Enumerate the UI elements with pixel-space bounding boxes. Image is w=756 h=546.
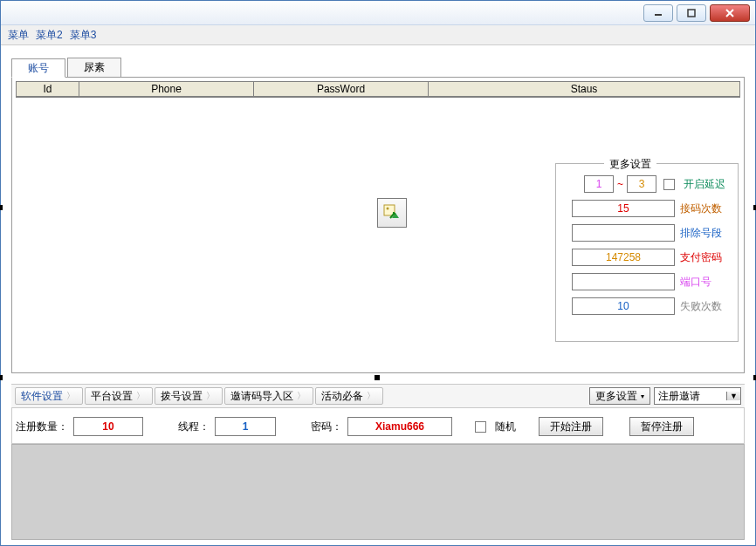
port-input[interactable]: [572, 273, 675, 290]
table-header: Id Phone PassWord Staus: [17, 82, 739, 97]
design-handle: [375, 375, 380, 380]
toolbar-software-settings[interactable]: 软件设置〉: [15, 387, 83, 405]
tab-account[interactable]: 账号: [11, 58, 65, 78]
random-checkbox[interactable]: [475, 421, 486, 433]
svg-point-5: [387, 208, 389, 210]
maximize-button[interactable]: [677, 4, 706, 22]
svg-rect-1: [688, 10, 695, 17]
settings-toolbar: 软件设置〉 平台设置〉 拨号设置〉 邀请码导入区〉 活动必备〉 更多设置▾ 注册…: [11, 384, 745, 408]
toolbar-platform-settings[interactable]: 平台设置〉: [85, 387, 153, 405]
pay-pwd-input[interactable]: [572, 249, 675, 266]
minimize-button[interactable]: [643, 4, 673, 22]
toolbar-invite-import[interactable]: 邀请码导入区〉: [224, 387, 313, 405]
titlebar: [1, 1, 755, 25]
receive-times-input[interactable]: [572, 200, 675, 217]
fail-times-label: 失败次数: [680, 299, 732, 314]
reg-count-input[interactable]: [73, 417, 143, 436]
threads-label: 线程：: [178, 420, 210, 434]
delay-tilde: ~: [617, 178, 623, 190]
col-password[interactable]: PassWord: [254, 82, 429, 96]
threads-input[interactable]: [215, 417, 276, 436]
designer-surface: 账号 尿素 Id Phone PassWord Staus: [1, 45, 755, 545]
mode-combo-value: 注册邀请: [655, 389, 726, 404]
start-register-button[interactable]: 开始注册: [539, 417, 603, 436]
menu-item-2[interactable]: 菜单2: [36, 28, 63, 43]
fail-times-input[interactable]: [572, 297, 675, 315]
image-placeholder-icon: [377, 198, 407, 228]
design-handle: [0, 205, 3, 210]
mode-combo[interactable]: 注册邀请 ▼: [654, 387, 741, 405]
more-settings-button[interactable]: 更多设置▾: [589, 387, 650, 405]
delay-from-input[interactable]: [584, 175, 614, 193]
more-settings-group: 更多设置 ~ 开启延迟 接码次数 排除号段: [555, 163, 739, 342]
open-delay-checkbox[interactable]: [663, 179, 675, 190]
delay-to-input[interactable]: [627, 175, 656, 193]
menu-item-1[interactable]: 菜单: [8, 28, 29, 43]
col-id[interactable]: Id: [17, 82, 79, 96]
register-form-row: 注册数量： 线程： 密码： 随机 开始注册 暂停注册: [11, 408, 745, 444]
tabstrip: 账号 尿素: [11, 58, 750, 77]
close-button[interactable]: [710, 4, 750, 22]
port-label: 端口号: [680, 275, 732, 290]
group-title: 更多设置: [604, 157, 656, 172]
receive-times-label: 接码次数: [680, 201, 732, 216]
log-area: [11, 444, 745, 540]
pause-register-button[interactable]: 暂停注册: [629, 417, 694, 436]
pwd-input[interactable]: [347, 417, 452, 436]
design-handle: [0, 375, 3, 380]
reg-count-label: 注册数量：: [16, 420, 68, 434]
col-status[interactable]: Staus: [429, 82, 739, 96]
tab-urea[interactable]: 尿素: [67, 58, 121, 77]
menu-item-3[interactable]: 菜单3: [70, 28, 97, 43]
random-label: 随机: [495, 420, 516, 434]
toolbar-dial-settings[interactable]: 拨号设置〉: [155, 387, 223, 405]
menubar: 菜单 菜单2 菜单3: [1, 25, 755, 45]
col-phone[interactable]: Phone: [79, 82, 254, 96]
open-delay-label: 开启延迟: [684, 177, 732, 192]
exclude-seg-label: 排除号段: [680, 226, 732, 241]
chevron-down-icon: ▼: [726, 392, 740, 400]
pwd-label: 密码：: [311, 420, 342, 434]
exclude-seg-input[interactable]: [572, 224, 675, 242]
pay-pwd-label: 支付密码: [680, 250, 732, 265]
data-table: Id Phone PassWord Staus: [16, 81, 740, 98]
toolbar-activity[interactable]: 活动必备〉: [315, 387, 383, 405]
app-window: 菜单 菜单2 菜单3 账号 尿素 Id Phone PassWord Staus: [0, 0, 756, 546]
tab-panel: Id Phone PassWord Staus 更多设置: [11, 77, 745, 373]
